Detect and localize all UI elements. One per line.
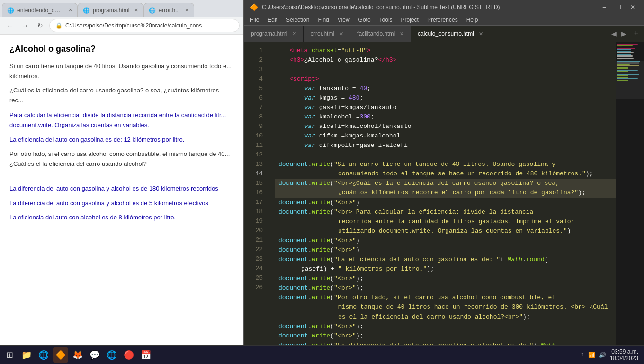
code-line-19: document.write("La eficiencia del auto c… — [275, 255, 616, 274]
st-tab-calculo[interactable]: calculo_consumo.html ✕ — [411, 26, 490, 42]
code-line-10: var difkm =kmgas-kmalcohol — [275, 131, 616, 141]
code-line-1: <meta charset="utf-8"> — [275, 46, 616, 55]
window-title: C:\Users\poiso\Desktop\curso oracle\calc… — [262, 4, 500, 10]
menu-tools[interactable]: Tools — [376, 16, 396, 24]
tab-add-button[interactable]: + — [631, 29, 641, 38]
st-tab-close-calculo[interactable]: ✕ — [479, 31, 483, 37]
code-line-15: document.write("<br>") — [275, 198, 616, 208]
menu-project[interactable]: Project — [397, 16, 422, 24]
firefox-icon[interactable]: 🦊 — [70, 347, 85, 363]
ln-18: 18 — [248, 207, 263, 217]
speaker-icon[interactable]: 🔊 — [599, 352, 606, 358]
sublime-text-window: 🔶 C:\Users\poiso\Desktop\curso oracle\ca… — [244, 0, 644, 364]
ln-6: 6 — [248, 93, 263, 103]
code-line-24: document.write("<br>"); — [275, 331, 616, 341]
clock-date: 18/04/2023 — [610, 355, 638, 362]
tab-title-3: error.h... — [159, 7, 180, 14]
maximize-button[interactable]: ☐ — [613, 3, 624, 11]
taskbar-clock[interactable]: 03:59 a.m. 18/04/2023 — [610, 348, 638, 362]
tab-nav-right[interactable]: ▶ — [619, 29, 628, 38]
ln-9: 9 — [248, 122, 263, 131]
menu-find[interactable]: Find — [314, 16, 332, 24]
code-line-9: var alcefi=kmalcohol/tankauto — [275, 122, 616, 131]
st-tab-error[interactable]: error.html ✕ — [304, 26, 350, 42]
st-tab-close-facilitando[interactable]: ✕ — [400, 31, 404, 37]
menu-file[interactable]: File — [246, 16, 263, 24]
browser-tab-1[interactable]: 🌐 entendiendo_dos_mundos.h... ✕ — [2, 3, 78, 17]
up-arrow-icon[interactable]: ⇧ — [581, 352, 584, 357]
st-tab-programa[interactable]: programa.html ✕ — [244, 26, 304, 42]
ln-12: 12 — [248, 150, 263, 160]
forward-button[interactable]: → — [19, 19, 31, 32]
sublime-taskbar-icon[interactable]: 🔶 — [53, 347, 68, 363]
code-content[interactable]: <meta charset="utf-8"> <h3>¿Alcohol o ga… — [268, 42, 616, 353]
menu-goto[interactable]: Goto — [355, 16, 375, 24]
code-line-12 — [275, 150, 616, 160]
code-line-7: var gasefi=kmgas/tankauto — [275, 103, 616, 112]
para-4: La eficiencia del auto con gasolina es d… — [9, 135, 234, 145]
ln-19: 19 — [248, 217, 263, 226]
page-heading: ¿Alcohol o gasolina? — [9, 42, 234, 56]
menu-view[interactable]: View — [334, 16, 354, 24]
menu-selection[interactable]: Selection — [282, 16, 313, 24]
para-3: Para calcular la eficiencia: divide la d… — [9, 110, 234, 130]
sublime-favicon: 🔶 — [250, 3, 258, 11]
chrome-icon[interactable]: 🌐 — [104, 347, 119, 363]
code-area: 1 2 3 4 5 6 7 8 9 10 11 12 13 14 15 16 1… — [244, 42, 644, 353]
code-line-13: document.write("Si un carro tiene un tan… — [275, 160, 616, 179]
tab-nav-left[interactable]: ◀ — [609, 29, 618, 38]
edge-icon[interactable]: 🌐 — [36, 347, 51, 363]
refresh-button[interactable]: ↻ — [34, 19, 46, 32]
browser-tab-2[interactable]: 🌐 programa.html ✕ — [78, 3, 143, 17]
tab-close-2[interactable]: ✕ — [134, 7, 138, 13]
st-tab-bar: programa.html ✕ error.html ✕ facilitando… — [244, 26, 644, 42]
network-icon[interactable]: 📶 — [588, 352, 595, 358]
ln-1: 1 — [248, 46, 263, 55]
st-tab-nav: ◀ ▶ + — [607, 29, 644, 38]
close-button[interactable]: ✕ — [627, 3, 638, 11]
tab-title-1: entendiendo_dos_mundos.h... — [17, 7, 63, 14]
address-bar[interactable]: 🔒 C:/Users/poiso/Desktop/curso%20oracle/… — [49, 19, 240, 32]
minimap-viewport — [616, 61, 644, 99]
st-tab-close-programa[interactable]: ✕ — [292, 31, 296, 37]
calendar-icon[interactable]: 📅 — [138, 347, 153, 363]
ln-8: 8 — [248, 112, 263, 122]
code-line-11: var difkmpoltr=gasefi-alcefi — [275, 141, 616, 150]
tab-close-3[interactable]: ✕ — [185, 7, 189, 13]
st-tab-label-programa: programa.html — [251, 30, 287, 37]
sublimemerge-icon[interactable]: 🔴 — [121, 347, 136, 363]
code-line-16: document.write("<br> Para calcular la ef… — [275, 208, 616, 236]
discord-icon[interactable]: 💬 — [87, 347, 102, 363]
address-text: C:/Users/poiso/Desktop/curso%20oracle/ca… — [65, 22, 206, 29]
para-8: La eficiencia del auto con alcohol es de… — [9, 213, 234, 223]
st-tab-facilitando[interactable]: facilitando.html ✕ — [350, 26, 411, 42]
minimize-button[interactable]: – — [599, 3, 610, 11]
ln-20: 20 — [248, 226, 263, 236]
file-explorer-icon[interactable]: 📁 — [19, 347, 34, 363]
ln-7: 7 — [248, 103, 263, 112]
code-line-14: document.write("<br>¿Cuál es la eficienc… — [275, 179, 616, 198]
ln-22: 22 — [248, 245, 263, 255]
clock-time: 03:59 a.m. — [610, 348, 638, 355]
start-button[interactable]: ⊞ — [2, 347, 17, 363]
back-button[interactable]: ← — [4, 19, 16, 32]
title-bar: 🔶 C:\Users\poiso\Desktop\curso oracle\ca… — [244, 0, 644, 14]
st-tab-close-error[interactable]: ✕ — [339, 31, 343, 37]
ln-17: 17 — [248, 198, 263, 207]
ln-23: 23 — [248, 255, 263, 264]
menu-preferences[interactable]: Preferences — [423, 16, 462, 24]
browser-tab-3[interactable]: 🌐 error.h... ✕ — [143, 3, 194, 17]
code-line-3 — [275, 65, 616, 74]
tab-close-1[interactable]: ✕ — [68, 7, 72, 13]
taskbar-left: ⊞ 📁 🌐 🔶 🦊 💬 🌐 🔴 📅 — [0, 347, 155, 363]
menu-help[interactable]: Help — [463, 16, 482, 24]
menu-edit[interactable]: Edit — [264, 16, 281, 24]
taskbar-right: ⇧ 📶 🔊 03:59 a.m. 18/04/2023 — [575, 348, 644, 362]
code-line-22: document.write("Por otro lado, si el car… — [275, 293, 616, 321]
tab-favicon-3: 🌐 — [149, 7, 156, 14]
ln-5: 5 — [248, 84, 263, 93]
ln-11: 11 — [248, 141, 263, 150]
ln-3: 3 — [248, 65, 263, 74]
browser-content: ¿Alcohol o gasolina? Si un carro tiene u… — [0, 35, 243, 364]
code-line-2: <h3>¿Alcohol o gasolina?</h3> — [275, 55, 616, 65]
